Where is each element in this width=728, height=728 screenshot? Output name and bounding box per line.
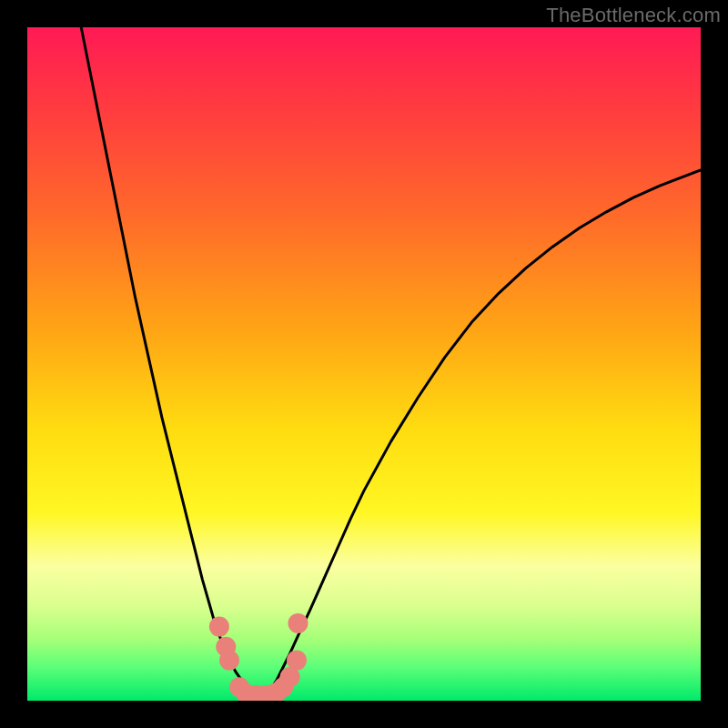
optimal-marker (219, 651, 239, 671)
optimal-markers (209, 613, 308, 701)
chart-svg (27, 27, 701, 701)
curve-left-branch (81, 27, 263, 697)
optimal-marker (287, 651, 307, 671)
plot-area (27, 27, 701, 701)
optimal-marker (288, 613, 308, 633)
curve-right-branch (263, 170, 701, 697)
watermark-text: TheBottleneck.com (546, 4, 721, 27)
bottleneck-curve (81, 27, 701, 697)
optimal-marker (209, 617, 229, 637)
chart-frame: TheBottleneck.com (0, 0, 728, 728)
